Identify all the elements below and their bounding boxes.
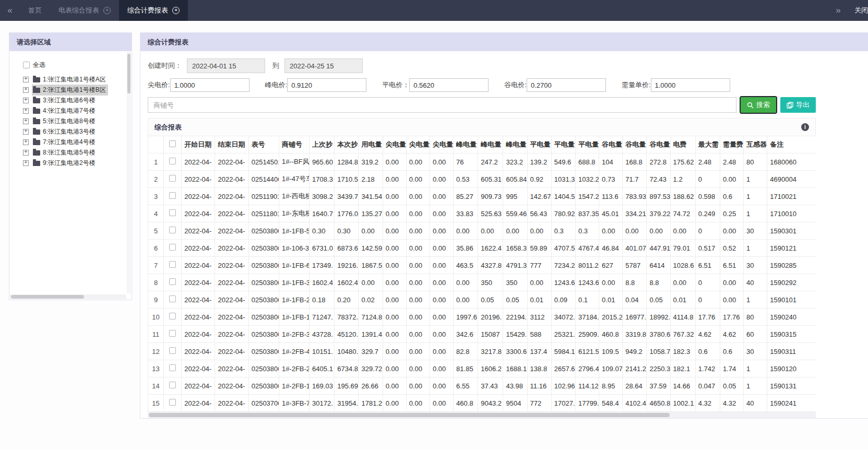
table-cell: 329.7 — [359, 343, 383, 360]
tree-item-body[interactable]: 5:张江集电港8号楼 — [32, 116, 98, 127]
price-input-0[interactable] — [170, 78, 249, 92]
table-cell: 0.00 — [406, 343, 430, 360]
tree-item-body[interactable]: 2:张江集电港1号楼B区 — [32, 85, 108, 96]
tree-item-body[interactable]: 4:张江集电港7号楼 — [32, 105, 98, 116]
row-checkbox[interactable] — [169, 227, 176, 233]
row-checkbox[interactable] — [169, 158, 176, 164]
table-cell: 460.8 — [454, 395, 478, 412]
expand-icon[interactable] — [23, 139, 29, 145]
table-cell: 2022-04- — [182, 205, 215, 222]
expand-icon[interactable] — [23, 129, 29, 135]
row-checkbox[interactable] — [169, 382, 176, 388]
table-cell: 0.00 — [720, 171, 743, 188]
table-cell: 175.62 — [670, 153, 695, 171]
tree-item-body[interactable]: 9:张江集电港2号楼 — [32, 158, 98, 169]
tree-item-body[interactable]: 8:张江集电港5号楼 — [32, 147, 98, 158]
forward-tabs-icon[interactable]: » — [828, 5, 848, 16]
table-cell: 0.00 — [430, 274, 453, 291]
row-checkbox[interactable] — [169, 313, 176, 319]
row-checkbox[interactable] — [169, 175, 176, 182]
tree-item-body[interactable]: 1:张江集电港1号楼A区 — [32, 74, 108, 85]
table-cell: 1658.3 — [503, 240, 527, 257]
tree-item-body[interactable]: 6:张江集电港3号楼 — [32, 126, 98, 137]
table-cell: 188.62 — [670, 188, 695, 205]
table-cell: 0.00 — [383, 377, 406, 395]
table-cell: 350 — [478, 274, 503, 291]
tree-item[interactable]: 6:张江集电港3号楼 — [13, 126, 126, 137]
date-from-input[interactable] — [187, 58, 265, 73]
sidebar-horizontal-scrollbar[interactable] — [10, 294, 126, 299]
tab-close-icon[interactable]: ✕ — [172, 7, 180, 14]
tab-2[interactable]: 综合计费报表✕ — [119, 0, 188, 21]
tree-item[interactable]: 5:张江集电港8号楼 — [13, 116, 126, 126]
tree-item-label: 9:张江集电港2号楼 — [43, 159, 96, 168]
row-checkbox[interactable] — [169, 209, 176, 216]
tree-item[interactable]: 1:张江集电港1号楼A区 — [13, 74, 126, 85]
tree-item[interactable]: 4:张江集电港7号楼 — [13, 105, 126, 116]
expand-icon[interactable] — [23, 77, 29, 82]
table-cell: 0.92 — [527, 171, 551, 188]
price-input-1[interactable] — [287, 78, 366, 92]
tree-item[interactable]: 7:张江集电港4号楼 — [13, 137, 126, 147]
row-checkbox[interactable] — [169, 330, 176, 337]
info-icon[interactable] — [801, 123, 809, 131]
tree-item-body[interactable]: 7:张江集电港4号楼 — [32, 137, 98, 148]
row-checkbox[interactable] — [169, 364, 176, 371]
table-horizontal-scrollbar[interactable] — [148, 412, 816, 418]
table-cell: 10480. — [335, 343, 359, 360]
select-all-checkbox[interactable] — [23, 62, 30, 68]
tree-item[interactable]: 3:张江集电港6号楼 — [13, 95, 126, 105]
table-cell: 1032.2 — [575, 171, 599, 188]
table-cell: 17349. — [310, 257, 335, 274]
expand-icon[interactable] — [23, 108, 29, 114]
tab-0[interactable]: 首页 — [20, 0, 50, 21]
table-cell: 1602.4 — [310, 274, 335, 291]
table-cell: 02511901 — [248, 188, 279, 205]
row-checkbox[interactable] — [169, 295, 176, 302]
shop-number-input[interactable] — [148, 97, 736, 113]
tree-item[interactable]: 8:张江集电港5号楼 — [13, 147, 126, 158]
row-checkbox[interactable] — [169, 278, 176, 285]
scrollbar-thumb[interactable] — [11, 295, 84, 299]
table-cell: 0.00 — [454, 291, 478, 309]
table-cell: 1058.7 — [647, 343, 670, 360]
row-checkbox[interactable] — [169, 347, 176, 354]
price-input-2[interactable] — [409, 78, 489, 92]
tree-item-label: 3:张江集电港6号楼 — [43, 96, 96, 105]
search-button[interactable]: 搜索 — [741, 97, 776, 113]
row-checkbox[interactable] — [169, 399, 176, 406]
tab-1[interactable]: 电表综合报表✕ — [50, 0, 119, 21]
expand-icon[interactable] — [23, 160, 29, 166]
table-cell: 329.72 — [359, 360, 383, 377]
table-row: 22022-04-2022-04-025144001#-47号车1708.317… — [148, 171, 816, 188]
collapse-tabs-icon[interactable]: « — [0, 0, 20, 21]
table-cell: 1710021 — [767, 188, 816, 205]
row-checkbox[interactable] — [169, 192, 176, 199]
table-row: 122022-04-2022-04-025038001#-2FB-410151.… — [148, 343, 816, 360]
expand-icon[interactable] — [23, 98, 29, 103]
select-all-row[interactable]: 全选 — [13, 60, 126, 70]
tree-item[interactable]: 9:张江集电港2号楼 — [13, 158, 126, 168]
tree-item-body[interactable]: 3:张江集电港6号楼 — [32, 95, 98, 106]
expand-icon[interactable] — [23, 150, 29, 156]
row-checkbox[interactable] — [169, 261, 176, 268]
tree-item[interactable]: 2:张江集电港1号楼B区 — [13, 85, 126, 95]
price-input-3[interactable] — [527, 78, 606, 92]
tab-close-icon[interactable]: ✕ — [103, 7, 111, 14]
sidebar-vertical-scrollbar[interactable] — [127, 52, 131, 293]
date-to-input[interactable] — [284, 58, 363, 73]
scrollbar-thumb[interactable] — [127, 54, 130, 93]
tab-label: 电表综合报表 — [58, 6, 99, 15]
row-checkbox[interactable] — [169, 244, 176, 251]
export-button[interactable]: 导出 — [780, 97, 816, 113]
table-cell: 0.00 — [383, 188, 406, 205]
expand-icon[interactable] — [23, 119, 29, 124]
header-checkbox[interactable] — [169, 140, 176, 147]
price-input-4[interactable] — [651, 78, 730, 92]
scrollbar-thumb[interactable] — [149, 413, 670, 417]
table-cell: 0.00 — [430, 240, 453, 257]
table-cell: 0.00 — [430, 377, 453, 395]
table-cell: 0.00 — [670, 222, 695, 240]
close-actions-menu[interactable]: 关闭操作 — [854, 6, 868, 15]
expand-icon[interactable] — [23, 87, 29, 93]
